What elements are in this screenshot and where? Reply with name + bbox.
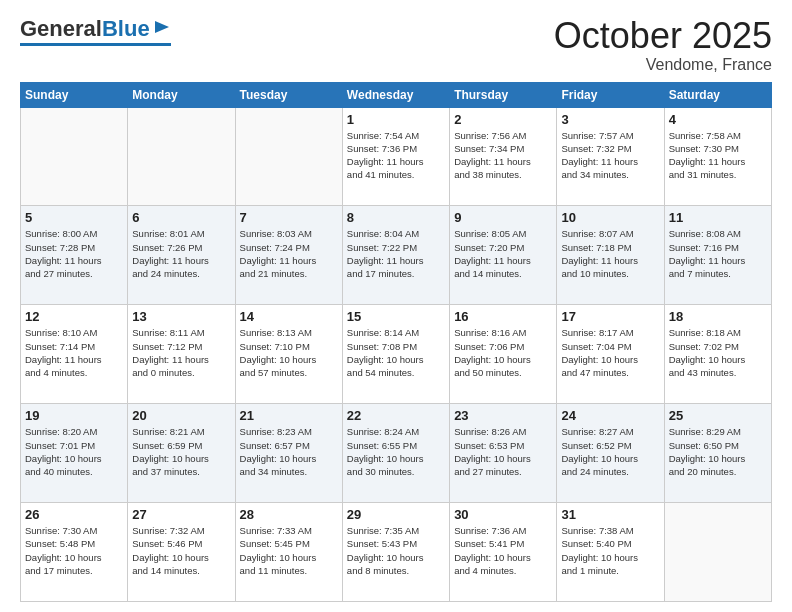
day-number: 28 [240, 507, 338, 522]
table-row: 24Sunrise: 8:27 AM Sunset: 6:52 PM Dayli… [557, 404, 664, 503]
day-number: 30 [454, 507, 552, 522]
day-number: 2 [454, 112, 552, 127]
day-info: Sunrise: 8:04 AM Sunset: 7:22 PM Dayligh… [347, 227, 445, 280]
day-info: Sunrise: 8:24 AM Sunset: 6:55 PM Dayligh… [347, 425, 445, 478]
table-row: 2Sunrise: 7:56 AM Sunset: 7:34 PM Daylig… [450, 107, 557, 206]
day-number: 5 [25, 210, 123, 225]
day-info: Sunrise: 7:33 AM Sunset: 5:45 PM Dayligh… [240, 524, 338, 577]
day-info: Sunrise: 7:57 AM Sunset: 7:32 PM Dayligh… [561, 129, 659, 182]
table-row: 7Sunrise: 8:03 AM Sunset: 7:24 PM Daylig… [235, 206, 342, 305]
table-row [21, 107, 128, 206]
day-number: 29 [347, 507, 445, 522]
day-number: 31 [561, 507, 659, 522]
table-row [235, 107, 342, 206]
day-number: 1 [347, 112, 445, 127]
day-number: 6 [132, 210, 230, 225]
table-row: 12Sunrise: 8:10 AM Sunset: 7:14 PM Dayli… [21, 305, 128, 404]
table-row [128, 107, 235, 206]
day-info: Sunrise: 8:16 AM Sunset: 7:06 PM Dayligh… [454, 326, 552, 379]
day-info: Sunrise: 8:20 AM Sunset: 7:01 PM Dayligh… [25, 425, 123, 478]
table-row: 25Sunrise: 8:29 AM Sunset: 6:50 PM Dayli… [664, 404, 771, 503]
day-info: Sunrise: 7:38 AM Sunset: 5:40 PM Dayligh… [561, 524, 659, 577]
day-number: 7 [240, 210, 338, 225]
day-number: 21 [240, 408, 338, 423]
day-info: Sunrise: 8:10 AM Sunset: 7:14 PM Dayligh… [25, 326, 123, 379]
logo-blue: Blue [102, 16, 150, 42]
day-info: Sunrise: 8:14 AM Sunset: 7:08 PM Dayligh… [347, 326, 445, 379]
day-number: 18 [669, 309, 767, 324]
day-number: 15 [347, 309, 445, 324]
day-info: Sunrise: 8:01 AM Sunset: 7:26 PM Dayligh… [132, 227, 230, 280]
month-title: October 2025 [554, 16, 772, 56]
day-info: Sunrise: 8:07 AM Sunset: 7:18 PM Dayligh… [561, 227, 659, 280]
table-row: 11Sunrise: 8:08 AM Sunset: 7:16 PM Dayli… [664, 206, 771, 305]
table-row: 8Sunrise: 8:04 AM Sunset: 7:22 PM Daylig… [342, 206, 449, 305]
day-number: 8 [347, 210, 445, 225]
day-number: 12 [25, 309, 123, 324]
table-row: 20Sunrise: 8:21 AM Sunset: 6:59 PM Dayli… [128, 404, 235, 503]
table-row: 26Sunrise: 7:30 AM Sunset: 5:48 PM Dayli… [21, 503, 128, 602]
day-info: Sunrise: 8:00 AM Sunset: 7:28 PM Dayligh… [25, 227, 123, 280]
day-number: 3 [561, 112, 659, 127]
day-info: Sunrise: 7:58 AM Sunset: 7:30 PM Dayligh… [669, 129, 767, 182]
table-row: 5Sunrise: 8:00 AM Sunset: 7:28 PM Daylig… [21, 206, 128, 305]
day-number: 17 [561, 309, 659, 324]
table-row: 16Sunrise: 8:16 AM Sunset: 7:06 PM Dayli… [450, 305, 557, 404]
calendar-header-row: Sunday Monday Tuesday Wednesday Thursday… [21, 82, 772, 107]
table-row: 23Sunrise: 8:26 AM Sunset: 6:53 PM Dayli… [450, 404, 557, 503]
table-row: 9Sunrise: 8:05 AM Sunset: 7:20 PM Daylig… [450, 206, 557, 305]
day-info: Sunrise: 8:21 AM Sunset: 6:59 PM Dayligh… [132, 425, 230, 478]
day-number: 25 [669, 408, 767, 423]
day-info: Sunrise: 8:05 AM Sunset: 7:20 PM Dayligh… [454, 227, 552, 280]
table-row: 10Sunrise: 8:07 AM Sunset: 7:18 PM Dayli… [557, 206, 664, 305]
day-number: 4 [669, 112, 767, 127]
day-number: 22 [347, 408, 445, 423]
table-row: 6Sunrise: 8:01 AM Sunset: 7:26 PM Daylig… [128, 206, 235, 305]
table-row: 19Sunrise: 8:20 AM Sunset: 7:01 PM Dayli… [21, 404, 128, 503]
header-wednesday: Wednesday [342, 82, 449, 107]
header-monday: Monday [128, 82, 235, 107]
calendar-table: Sunday Monday Tuesday Wednesday Thursday… [20, 82, 772, 602]
logo: General Blue [20, 16, 171, 46]
day-number: 10 [561, 210, 659, 225]
table-row: 15Sunrise: 8:14 AM Sunset: 7:08 PM Dayli… [342, 305, 449, 404]
header-friday: Friday [557, 82, 664, 107]
table-row: 31Sunrise: 7:38 AM Sunset: 5:40 PM Dayli… [557, 503, 664, 602]
header-saturday: Saturday [664, 82, 771, 107]
day-number: 14 [240, 309, 338, 324]
logo-general: General [20, 16, 102, 42]
day-info: Sunrise: 8:13 AM Sunset: 7:10 PM Dayligh… [240, 326, 338, 379]
day-info: Sunrise: 8:23 AM Sunset: 6:57 PM Dayligh… [240, 425, 338, 478]
table-row: 18Sunrise: 8:18 AM Sunset: 7:02 PM Dayli… [664, 305, 771, 404]
day-info: Sunrise: 8:17 AM Sunset: 7:04 PM Dayligh… [561, 326, 659, 379]
table-row: 1Sunrise: 7:54 AM Sunset: 7:36 PM Daylig… [342, 107, 449, 206]
day-number: 11 [669, 210, 767, 225]
day-number: 13 [132, 309, 230, 324]
day-number: 27 [132, 507, 230, 522]
day-info: Sunrise: 8:11 AM Sunset: 7:12 PM Dayligh… [132, 326, 230, 379]
logo-underline [20, 43, 171, 46]
day-number: 26 [25, 507, 123, 522]
day-number: 19 [25, 408, 123, 423]
day-info: Sunrise: 7:56 AM Sunset: 7:34 PM Dayligh… [454, 129, 552, 182]
table-row: 3Sunrise: 7:57 AM Sunset: 7:32 PM Daylig… [557, 107, 664, 206]
table-row: 29Sunrise: 7:35 AM Sunset: 5:43 PM Dayli… [342, 503, 449, 602]
day-info: Sunrise: 7:30 AM Sunset: 5:48 PM Dayligh… [25, 524, 123, 577]
table-row: 13Sunrise: 8:11 AM Sunset: 7:12 PM Dayli… [128, 305, 235, 404]
table-row: 28Sunrise: 7:33 AM Sunset: 5:45 PM Dayli… [235, 503, 342, 602]
day-number: 9 [454, 210, 552, 225]
day-number: 16 [454, 309, 552, 324]
day-number: 20 [132, 408, 230, 423]
day-info: Sunrise: 7:36 AM Sunset: 5:41 PM Dayligh… [454, 524, 552, 577]
table-row: 4Sunrise: 7:58 AM Sunset: 7:30 PM Daylig… [664, 107, 771, 206]
day-info: Sunrise: 7:54 AM Sunset: 7:36 PM Dayligh… [347, 129, 445, 182]
location: Vendome, France [554, 56, 772, 74]
header-tuesday: Tuesday [235, 82, 342, 107]
table-row: 30Sunrise: 7:36 AM Sunset: 5:41 PM Dayli… [450, 503, 557, 602]
logo-arrow-icon [153, 18, 171, 36]
table-row: 21Sunrise: 8:23 AM Sunset: 6:57 PM Dayli… [235, 404, 342, 503]
table-row: 22Sunrise: 8:24 AM Sunset: 6:55 PM Dayli… [342, 404, 449, 503]
svg-marker-0 [155, 21, 169, 33]
table-row: 17Sunrise: 8:17 AM Sunset: 7:04 PM Dayli… [557, 305, 664, 404]
day-info: Sunrise: 7:32 AM Sunset: 5:46 PM Dayligh… [132, 524, 230, 577]
